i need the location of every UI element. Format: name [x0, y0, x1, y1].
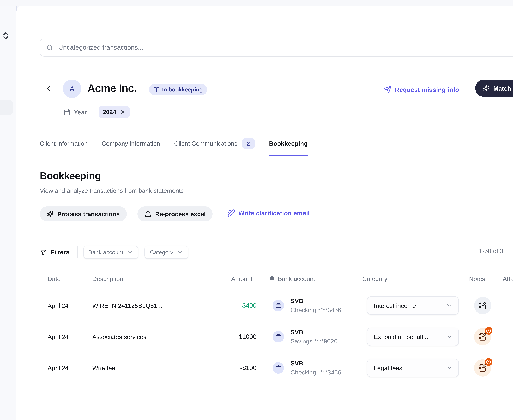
search-bar[interactable] — [40, 38, 513, 57]
sidebar-item-partial[interactable] — [0, 100, 13, 115]
sidebar — [0, 6, 17, 420]
notebook-pen-icon — [479, 332, 487, 341]
category-value: Legal fees — [374, 364, 402, 371]
sidebar-toggle-button[interactable] — [1, 31, 10, 40]
match-documents-label: Match documents — [493, 85, 513, 92]
transactions-table: Date Description Amount Bank account Cat… — [40, 275, 513, 383]
funnel-icon — [40, 249, 47, 256]
divider — [93, 106, 94, 118]
notebook-pen-icon — [479, 301, 487, 309]
date-cell: April 24 — [48, 302, 69, 309]
tab-bookkeeping[interactable]: Bookkeeping — [269, 139, 308, 156]
tab-label: Client Communications — [174, 140, 237, 147]
notes-alert-badge — [485, 327, 492, 335]
year-chip-value: 2024 — [103, 109, 116, 115]
bank-account-number: Checking ****3456 — [291, 305, 341, 314]
bank-account-filter-label: Bank account — [88, 249, 123, 255]
tab-client-communications[interactable]: Client Communications 2 — [174, 139, 255, 156]
book-open-icon — [153, 87, 160, 93]
notes-button[interactable] — [474, 328, 491, 345]
match-documents-button[interactable]: Match documents — [475, 80, 513, 97]
client-avatar: A — [63, 80, 81, 98]
send-icon — [384, 86, 391, 94]
tab-count-badge: 2 — [242, 138, 255, 149]
notes-button[interactable] — [474, 359, 491, 376]
main-card: A Acme Inc. In bookkeeping Request missi… — [16, 6, 513, 420]
request-missing-info-link[interactable]: Request missing info — [384, 86, 459, 94]
year-chip[interactable]: 2024 — [99, 106, 130, 118]
write-clarification-email-label: Write clarification email — [238, 209, 310, 217]
amount-cell: -$1000 — [184, 333, 257, 340]
tab-label: Bookkeeping — [269, 140, 308, 147]
close-icon[interactable] — [120, 109, 126, 115]
sparkles-icon — [47, 210, 54, 218]
process-transactions-button[interactable]: Process transactions — [40, 206, 127, 221]
bank-icon — [269, 276, 275, 282]
tab-label: Client information — [40, 140, 88, 147]
notes-button[interactable] — [474, 297, 491, 314]
view-button[interactable] — [512, 300, 513, 311]
search-input[interactable] — [57, 44, 513, 52]
description-cell: Wire fee — [92, 364, 115, 371]
filters-row: Filters Bank account Category — [40, 246, 195, 259]
category-select[interactable]: Interest income — [367, 296, 459, 315]
screen: A Acme Inc. In bookkeeping Request missi… — [0, 0, 513, 420]
reprocess-excel-button[interactable]: Re-process excel — [138, 206, 213, 221]
status-badge-label: In bookkeeping — [162, 87, 203, 93]
column-bank-account: Bank account — [278, 275, 315, 282]
pen-sparkle-icon — [227, 209, 235, 217]
bank-account-number: Savings ****9026 — [291, 337, 337, 345]
status-badge: In bookkeeping — [149, 84, 207, 95]
tab-client-information[interactable]: Client information — [40, 139, 88, 156]
category-value: Ex. paid on behalf... — [374, 333, 428, 340]
period-filter-row: Year 2024 — [64, 106, 130, 118]
request-missing-info-label: Request missing info — [395, 86, 459, 93]
amount-cell: $400 — [184, 302, 257, 309]
chevron-down-icon — [177, 249, 183, 255]
chevron-left-icon — [44, 84, 53, 93]
bank-name: SVB — [291, 296, 341, 305]
chevron-down-icon — [446, 364, 453, 371]
tab-company-information[interactable]: Company information — [102, 139, 160, 156]
column-notes: Notes — [469, 275, 485, 282]
category-select[interactable]: Legal fees — [367, 359, 459, 377]
filters-label: Filters — [51, 248, 69, 256]
bank-account-number: Checking ****3456 — [291, 368, 341, 377]
table-row: April 24 Associates services -$1000 SVB … — [40, 321, 513, 352]
column-amount: Amount — [184, 275, 253, 282]
bank-icon — [273, 300, 284, 311]
reprocess-excel-label: Re-process excel — [155, 210, 206, 218]
bank-name: SVB — [291, 359, 341, 368]
date-cell: April 24 — [48, 333, 69, 340]
column-description: Description — [92, 275, 123, 282]
column-category: Category — [362, 275, 387, 282]
view-button[interactable] — [512, 362, 513, 373]
column-attachments: Attachments — [503, 275, 513, 282]
section-title: Bookkeeping — [40, 170, 101, 182]
table-row: April 24 Wire fee -$100 SVB Checking ***… — [40, 352, 513, 383]
bank-account-cell: SVB Checking ****3456 — [291, 359, 341, 377]
category-filter-dropdown[interactable]: Category — [145, 246, 188, 259]
write-clarification-email-link[interactable]: Write clarification email — [227, 209, 310, 217]
bank-icon — [273, 331, 284, 342]
bank-account-filter-dropdown[interactable]: Bank account — [83, 246, 138, 259]
bank-account-cell: SVB Checking ****3456 — [291, 296, 341, 314]
pagination-range: 1-50 of 3 — [479, 247, 503, 254]
calendar-icon — [64, 108, 71, 115]
upload-icon — [145, 210, 152, 218]
back-button[interactable] — [44, 84, 54, 94]
view-button[interactable] — [512, 331, 513, 342]
pagination: 1-50 of 3 — [479, 247, 513, 254]
client-name: Acme Inc. — [87, 82, 137, 95]
bank-account-cell: SVB Savings ****9026 — [291, 328, 337, 345]
tab-bar: Client information Company information C… — [40, 139, 513, 155]
amount-cell: -$100 — [184, 364, 257, 371]
bank-name: SVB — [291, 328, 337, 337]
divider — [77, 246, 77, 258]
period-label: Year — [74, 108, 87, 115]
chevron-down-icon — [446, 333, 453, 340]
chevron-down-icon — [127, 249, 133, 255]
date-cell: April 24 — [48, 364, 69, 371]
category-select[interactable]: Ex. paid on behalf... — [367, 327, 459, 346]
table-header: Date Description Amount Bank account Cat… — [40, 275, 513, 290]
